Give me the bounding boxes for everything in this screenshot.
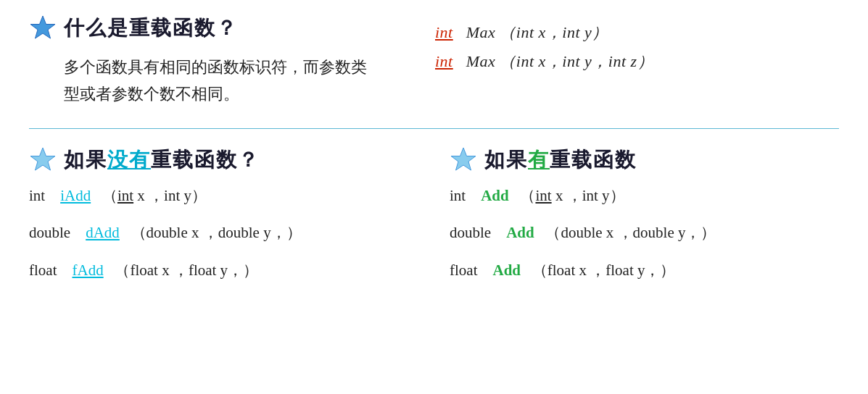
section2-right-heading-row: 如果有重载函数 xyxy=(450,146,839,174)
params-left-1: （int x ，int y） xyxy=(102,187,207,204)
type-float-right-3: float xyxy=(450,261,477,279)
heading-highlight-left: 没有 xyxy=(107,148,151,171)
heading-pre-left: 如果 xyxy=(64,148,107,171)
kw-int-1: int xyxy=(435,23,453,41)
fname-add-right-3: Add xyxy=(492,261,521,279)
section2-left-heading-row: 如果没有重载函数？ xyxy=(29,146,450,174)
fname-iadd: iAdd xyxy=(60,187,91,204)
type-int-left-1: int xyxy=(29,187,45,204)
fname-add-right-2: Add xyxy=(506,224,534,241)
star-icon-2 xyxy=(29,146,57,174)
code-line-2: int Max （int x，int y，int z） xyxy=(435,51,839,72)
func-line-left-3: float fAdd （float x ，float y，） xyxy=(29,260,450,281)
section2-left: 如果没有重载函数？ int iAdd （int x ，int y） double… xyxy=(29,146,450,297)
func-line-right-1: int Add （int x ，int y） xyxy=(450,185,839,206)
heading-post-right: 重载函数 xyxy=(550,148,637,171)
param-text-2: （int x，int y，int z） xyxy=(500,52,653,70)
section1: 什么是重载函数？ 多个函数具有相同的函数标识符，而参数类型或者参数个数不相同。 … xyxy=(29,14,839,129)
type-double-left-2: double xyxy=(29,224,70,241)
func-line-right-3: float Add （float x ，float y，） xyxy=(450,260,839,281)
func-line-left-1: int iAdd （int x ，int y） xyxy=(29,185,450,206)
section1-heading-row: 什么是重载函数？ xyxy=(29,14,377,42)
param-text-1: （int x，int y） xyxy=(500,23,608,41)
star-icon-3 xyxy=(450,146,477,174)
section2-left-heading: 如果没有重载函数？ xyxy=(64,146,260,174)
section1-heading: 什么是重载函数？ xyxy=(64,14,238,42)
fname-dadd: dAdd xyxy=(86,224,120,241)
svg-marker-0 xyxy=(30,16,55,38)
type-int-right-1: int xyxy=(450,187,466,204)
func-line-right-2: double Add （double x ，double y，） xyxy=(450,222,839,243)
type-float-left-3: float xyxy=(29,261,57,279)
section1-left: 什么是重载函数？ 多个函数具有相同的函数标识符，而参数类型或者参数个数不相同。 xyxy=(29,14,377,115)
fname-add-right-1: Add xyxy=(481,187,509,204)
section2: 如果没有重载函数？ int iAdd （int x ，int y） double… xyxy=(29,146,839,297)
params-left-2: （double x ，double y，） xyxy=(131,224,302,241)
svg-marker-2 xyxy=(451,148,476,170)
star-icon-1 xyxy=(29,14,57,42)
kw-int-2: int xyxy=(435,52,453,70)
section1-right: int Max （int x，int y） int Max （int x，int… xyxy=(377,14,839,80)
section2-right-heading: 如果有重载函数 xyxy=(484,146,637,174)
fn-name-2: Max xyxy=(466,52,496,70)
params-right-3: （float x ，float y，） xyxy=(532,261,676,279)
heading-pre-right: 如果 xyxy=(484,148,528,171)
params-right-1: （int x ，int y） xyxy=(520,187,624,204)
heading-highlight-right: 有 xyxy=(528,148,550,171)
fn-name-1: Max xyxy=(466,23,496,41)
svg-marker-1 xyxy=(30,148,55,170)
fname-fadd: fAdd xyxy=(72,261,103,279)
section1-description: 多个函数具有相同的函数标识符，而参数类型或者参数个数不相同。 xyxy=(64,54,377,108)
params-right-2: （double x ，double y，） xyxy=(545,224,716,241)
params-left-3: （float x ，float y，） xyxy=(115,261,258,279)
func-line-left-2: double dAdd （double x ，double y，） xyxy=(29,222,450,243)
heading-post-left: 重载函数？ xyxy=(151,148,260,171)
type-double-right-2: double xyxy=(450,224,491,241)
section2-right: 如果有重载函数 int Add （int x ，int y） double Ad… xyxy=(450,146,839,297)
code-line-1: int Max （int x，int y） xyxy=(435,22,839,43)
